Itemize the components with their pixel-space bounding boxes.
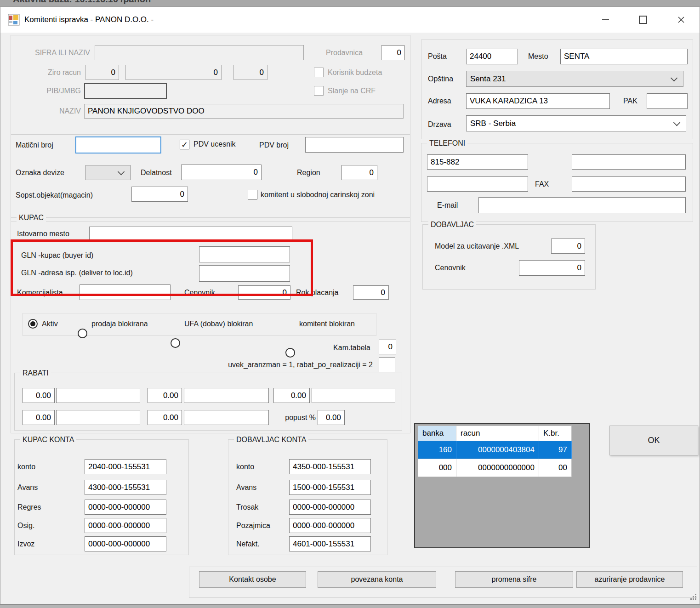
dobavljac-cenovnik-label: Cenovnik [435,260,504,276]
istovarno-mesto-field[interactable] [89,227,292,241]
naziv-field[interactable]: PANON KNJIGOVODSTVO DOO [84,104,404,119]
pib-jmbg-label: PIB/JMBG [11,83,81,99]
region-field[interactable]: 0 [341,165,377,180]
close-button[interactable] [671,7,692,33]
dobavljac-konta-label-pozajmica: Pozajmica [236,518,286,533]
dobavljac-group: DOBAVLJAC [422,224,596,290]
carinska-zona-checkbox[interactable] [248,190,257,199]
dobavljac-konta-field-konto[interactable]: 4350-000-155531 [289,459,371,474]
mesto-field[interactable]: SENTA [560,49,688,64]
kupac-konta-field-regres[interactable]: 0000-000-000000 [85,500,166,515]
rabat-pct-4[interactable]: 0.00 [23,410,55,425]
sopst-objekat-field[interactable]: 0 [131,187,188,202]
kupac-konta-label-regres: Regres [17,500,77,515]
mesto-label: Mesto [528,49,556,64]
maticni-broj-label: Matični broj [16,136,71,153]
kupac-konta-field-avans[interactable]: 4300-000-155531 [85,480,166,495]
rabat-text-4[interactable] [56,410,140,425]
app-icon [8,14,20,26]
rabat-text-5[interactable] [184,410,269,425]
maticni-broj-field[interactable] [75,136,161,153]
window-title: Komitenti ispravka - PANON D.O.O. - [24,7,154,33]
dobavljac-konta-field-pozajmica[interactable]: 0000-000-000000 [289,518,371,533]
kontakt-osobe-button[interactable]: Kontakt osobe [199,571,306,588]
azuriranje-prodavnice-button[interactable]: azuriranje prodavnice [576,571,683,588]
telefon-field-3[interactable] [427,176,528,192]
client-area: SIFRA ILI NAZIV Prodavnica 0 Ziro racun … [0,33,700,603]
slanje-crf-checkbox[interactable] [314,86,324,96]
chevron-down-icon [118,168,125,176]
bank-table-cell[interactable]: 160 [418,441,456,459]
kupac-konta-field-konto[interactable]: 2040-000-155531 [85,459,166,474]
uvek-aranzman-label: uvek_aranzman = 1, rabat_po_realizaciji … [193,357,373,372]
dobavljac-konta-label-nefakt: Nefakt. [236,536,286,551]
ziro-racun-field-2[interactable]: 0 [125,65,222,80]
uvek-aranzman-field[interactable] [379,357,395,372]
sifra-field[interactable] [95,45,304,60]
kam-tabela-label: Kam.tabela [295,341,370,355]
posta-field[interactable]: 24400 [466,49,518,64]
drzava-combobox[interactable]: SRB - Serbia [466,115,686,131]
bank-table-cell[interactable]: 00 [539,459,572,477]
kupac-konta-field-osig[interactable]: 0000-000-000000 [85,518,166,533]
adresa-label: Adresa [428,93,460,109]
kupac-konta-label-izvoz: Izvoz [17,536,77,551]
kupac-konta-label-konto: konto [17,459,77,474]
dobavljac-konta-field-trosak[interactable]: 0000-000-000000 [289,500,371,515]
pdv-ucesnik-checkbox[interactable]: ✓ [180,140,189,149]
pdv-broj-field[interactable] [305,137,404,153]
bank-table-cell[interactable]: 000 [418,459,456,477]
opstina-combobox[interactable]: Senta 231 [466,71,683,87]
ok-button[interactable]: OK [609,426,698,455]
bank-table-cell[interactable]: 97 [539,441,572,459]
rabat-pct-5[interactable]: 0.00 [148,410,182,425]
telefon-field-1[interactable]: 815-882 [427,154,528,170]
popust-field[interactable]: 0.00 [318,410,345,425]
minimize-icon [602,19,609,20]
rabat-pct-2[interactable]: 0.00 [148,388,182,403]
dobavljac-cenovnik-field[interactable]: 0 [519,260,585,276]
resize-grip-icon[interactable] [690,593,697,601]
ziro-racun-field-1[interactable]: 0 [85,65,119,80]
oznaka-devize-combobox[interactable] [85,165,131,180]
promena-sifre-button[interactable]: promena sifre [455,571,573,588]
dobavljac-konta-label-trosak: Trosak [236,500,286,515]
bank-table-header-racun[interactable]: racun [456,426,539,441]
delatnost-field[interactable]: 0 [181,165,262,180]
minimize-button[interactable] [595,7,616,33]
rabat-text-1[interactable] [56,388,140,403]
kupac-konta-field-izvoz[interactable]: 0000-000-000000 [85,536,166,551]
dobavljac-konta-field-avans[interactable]: 1500-000-155531 [289,480,371,495]
kam-tabela-field[interactable]: 0 [379,340,396,354]
prodavnica-field[interactable]: 0 [381,45,405,60]
rok-placanja-field[interactable]: 0 [353,285,389,300]
email-field[interactable] [478,197,686,213]
radio-ufa-blokiran[interactable] [171,338,180,348]
povezana-konta-button[interactable]: povezana konta [318,571,436,588]
radio-prodaja-blokirana[interactable] [78,329,87,338]
rabat-text-3[interactable] [312,388,395,403]
bank-table-cell[interactable]: 0000000000000 [456,459,539,477]
dobavljac-caption: DOBAVLJAC [428,220,476,229]
pib-jmbg-field[interactable] [84,83,167,99]
bank-table-header-banka[interactable]: banka [418,426,456,441]
adresa-field[interactable]: VUKA KARADZICA 13 [466,93,610,109]
maximize-button[interactable] [632,7,654,33]
bank-table-header-kbr[interactable]: K.br. [539,426,572,441]
annotation-red-rectangle [11,239,313,296]
telefon-field-2[interactable] [572,154,686,170]
rabat-pct-1[interactable]: 0.00 [23,388,55,403]
korisnik-budzeta-checkbox[interactable] [314,68,324,77]
model-xml-field[interactable]: 0 [551,239,585,254]
radio-aktiv[interactable] [28,319,38,329]
radio-komitent-blokiran[interactable] [285,348,295,358]
bank-table-cell[interactable]: 0000000403804 [456,441,539,459]
dobavljac-konta-caption: DOBAVLJAC KONTA [234,435,308,444]
dobavljac-konta-field-nefakt[interactable]: 4601-000-155531 [289,536,371,551]
carinska-zona-label: komitent u slobodnoj carinskoj zoni [261,188,408,201]
pak-field[interactable] [647,93,688,109]
rabat-pct-3[interactable]: 0.00 [273,388,310,403]
fax-field[interactable] [572,176,686,192]
ziro-racun-field-3[interactable]: 0 [233,65,267,80]
rabat-text-2[interactable] [184,388,269,403]
